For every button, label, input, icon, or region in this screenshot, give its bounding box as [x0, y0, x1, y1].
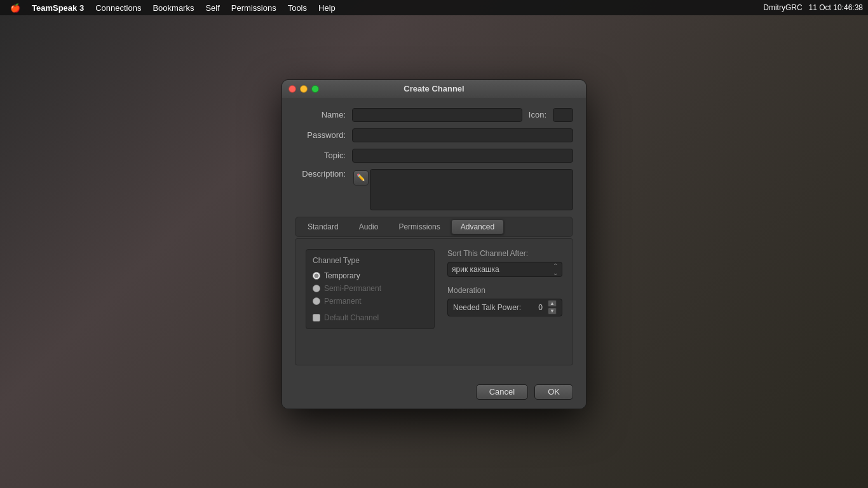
description-edit-button[interactable]: ✏️ — [353, 170, 369, 186]
talk-power-value: 0 — [527, 303, 543, 312]
topic-label: Topic: — [295, 151, 352, 160]
description-textarea[interactable] — [370, 169, 573, 210]
dialog-titlebar: Create Channel — [282, 80, 586, 98]
default-channel-item[interactable]: Default Channel — [313, 313, 428, 322]
icon-label: Icon: — [529, 110, 546, 119]
tab-advanced[interactable]: Advanced — [451, 219, 504, 234]
talk-power-stepper: ▲ ▼ — [548, 300, 557, 315]
bookmarks-menu[interactable]: Bookmarks — [147, 2, 199, 14]
app-name[interactable]: TeamSpeak 3 — [27, 2, 89, 14]
radio-semi-permanent-input[interactable] — [313, 285, 320, 292]
tab-permissions[interactable]: Permissions — [389, 219, 449, 234]
topic-row: Topic: — [295, 149, 573, 163]
tabs: Standard Audio Permissions Advanced — [295, 217, 573, 237]
password-label: Password: — [295, 130, 352, 140]
password-input[interactable] — [352, 128, 573, 142]
radio-permanent-label: Permanent — [324, 297, 362, 306]
menubar-user: DmitryGRC — [763, 3, 802, 12]
radio-temporary[interactable]: Temporary — [313, 271, 428, 280]
tools-menu[interactable]: Tools — [283, 2, 312, 14]
sort-select[interactable]: ярик какашка ⌃⌄ — [447, 262, 562, 277]
tab-audio[interactable]: Audio — [349, 219, 388, 234]
radio-temporary-input[interactable] — [313, 272, 320, 280]
radio-temporary-label: Temporary — [324, 271, 360, 280]
window-controls — [288, 85, 319, 93]
topic-input[interactable] — [352, 149, 573, 163]
talk-power-label: Needed Talk Power: — [453, 303, 522, 312]
name-input[interactable] — [352, 108, 522, 122]
help-menu[interactable]: Help — [313, 2, 341, 14]
menubar: 🍎 TeamSpeak 3 Connections Bookmarks Self… — [0, 0, 868, 15]
desc-toolbar: ✏️ — [352, 169, 370, 186]
radio-permanent[interactable]: Permanent — [313, 297, 428, 306]
description-row: Description: ✏️ — [295, 169, 573, 210]
radio-group: Temporary Semi-Permanent Permanent — [313, 271, 428, 306]
cancel-button[interactable]: Cancel — [476, 384, 528, 400]
dialog-overlay: Create Channel Name: Icon: Password: Top… — [0, 0, 868, 488]
tab-standard[interactable]: Standard — [298, 219, 348, 234]
name-row: Name: Icon: — [295, 108, 573, 122]
radio-semi-permanent-label: Semi-Permanent — [324, 284, 381, 293]
name-label: Name: — [295, 110, 352, 119]
radio-permanent-input[interactable] — [313, 297, 320, 305]
ok-button[interactable]: OK — [534, 384, 573, 400]
apple-menu[interactable]: 🍎 — [5, 2, 25, 14]
dialog-content: Name: Icon: Password: Topic: Description… — [282, 98, 586, 376]
menubar-datetime: 11 Oct 10:46:38 — [809, 3, 863, 12]
talk-power-decrement[interactable]: ▼ — [548, 308, 557, 315]
icon-picker[interactable] — [553, 108, 573, 122]
connections-menu[interactable]: Connections — [90, 2, 146, 14]
description-label: Description: — [295, 169, 352, 179]
radio-semi-permanent[interactable]: Semi-Permanent — [313, 284, 428, 293]
default-channel-checkbox[interactable] — [313, 314, 320, 322]
talk-power-increment[interactable]: ▲ — [548, 300, 557, 307]
sort-select-text: ярик какашка — [452, 265, 553, 274]
advanced-columns: Channel Type Temporary Semi-Permanent — [306, 249, 562, 329]
dialog-title: Create Channel — [403, 84, 464, 93]
close-button[interactable] — [288, 85, 296, 93]
channel-type-section: Channel Type Temporary Semi-Permanent — [306, 249, 435, 329]
default-channel-label: Default Channel — [324, 313, 379, 322]
advanced-tab-panel: Channel Type Temporary Semi-Permanent — [295, 238, 573, 365]
minimize-button[interactable] — [300, 85, 308, 93]
sort-label: Sort This Channel After: — [447, 249, 562, 258]
talk-power-row: Needed Talk Power: 0 ▲ ▼ — [447, 299, 562, 316]
permissions-menu[interactable]: Permissions — [226, 2, 281, 14]
maximize-button[interactable] — [311, 85, 319, 93]
create-channel-dialog: Create Channel Name: Icon: Password: Top… — [281, 79, 587, 409]
dialog-footer: Cancel OK — [282, 376, 586, 409]
moderation-label: Moderation — [447, 286, 562, 295]
password-row: Password: — [295, 128, 573, 142]
menubar-right: DmitryGRC 11 Oct 10:46:38 — [763, 3, 863, 12]
sort-moderation-section: Sort This Channel After: ярик какашка ⌃⌄… — [447, 249, 562, 329]
sort-select-arrow-icon: ⌃⌄ — [553, 262, 558, 276]
channel-type-label: Channel Type — [313, 256, 428, 265]
self-menu[interactable]: Self — [200, 2, 224, 14]
